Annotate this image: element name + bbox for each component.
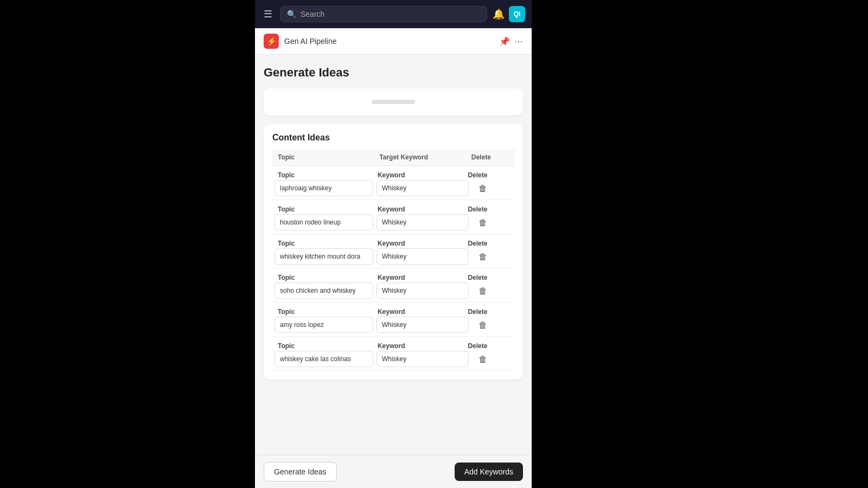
delete-col-4: 🗑 <box>472 317 520 332</box>
idea-rows-container: Topic Keyword Delete 🗑 Topic Keyword Del… <box>272 166 514 371</box>
delete-button-0[interactable]: 🗑 <box>476 182 489 196</box>
row-fields-4: 🗑 <box>272 317 514 333</box>
topic-input-5[interactable] <box>275 351 373 367</box>
page-title: Generate Ideas <box>264 66 523 80</box>
footer-actions: Generate Ideas Add Keywords <box>255 455 532 488</box>
delete-button-4[interactable]: 🗑 <box>476 318 489 332</box>
label-delete-0: Delete <box>464 171 512 179</box>
top-collapsed-card <box>264 88 523 115</box>
label-keyword-2: Keyword <box>374 240 464 247</box>
delete-col-2: 🗑 <box>472 249 520 264</box>
delete-button-2[interactable]: 🗑 <box>476 250 489 264</box>
topic-input-0[interactable] <box>275 180 373 196</box>
sub-nav-actions: 📌 ⋯ <box>499 36 523 47</box>
label-topic-3: Topic <box>275 274 374 281</box>
label-keyword-1: Keyword <box>374 206 464 213</box>
app-icon: ⚡ <box>264 34 279 49</box>
hamburger-icon[interactable]: ☰ <box>261 6 275 22</box>
label-delete-5: Delete <box>464 342 512 350</box>
table-row: Topic Keyword Delete 🗑 <box>272 303 514 337</box>
row-labels-0: Topic Keyword Delete <box>272 169 514 180</box>
row-fields-1: 🗑 <box>272 214 514 230</box>
table-row: Topic Keyword Delete 🗑 <box>272 337 514 371</box>
table-row: Topic Keyword Delete 🗑 <box>272 268 514 303</box>
label-keyword-4: Keyword <box>374 308 464 316</box>
topic-input-4[interactable] <box>275 317 373 333</box>
th-topic: Topic <box>272 149 374 166</box>
delete-button-3[interactable]: 🗑 <box>476 284 489 298</box>
row-labels-5: Topic Keyword Delete <box>272 340 514 351</box>
add-keywords-button[interactable]: Add Keywords <box>455 463 523 481</box>
keyword-input-4[interactable] <box>376 317 469 333</box>
table-row: Topic Keyword Delete 🗑 <box>272 200 514 234</box>
generate-ideas-button[interactable]: Generate Ideas <box>264 462 337 481</box>
th-delete: Delete <box>466 149 514 166</box>
more-options-icon[interactable]: ⋯ <box>514 36 523 47</box>
search-placeholder-text: Search <box>301 10 324 18</box>
row-fields-2: 🗑 <box>272 248 514 265</box>
row-fields-3: 🗑 <box>272 282 514 299</box>
row-fields-0: 🗑 <box>272 180 514 196</box>
delete-col-3: 🗑 <box>472 283 520 298</box>
search-bar[interactable]: 🔍 Search <box>280 6 487 22</box>
app-container: ☰ 🔍 Search 🔔 QI ⚡ Gen AI Pipeline 📌 ⋯ Ge… <box>255 0 532 488</box>
label-topic-5: Topic <box>275 342 374 350</box>
label-delete-3: Delete <box>464 274 512 281</box>
keyword-input-3[interactable] <box>376 282 469 299</box>
label-keyword-3: Keyword <box>374 274 464 281</box>
top-nav: ☰ 🔍 Search 🔔 QI <box>255 0 532 28</box>
label-delete-1: Delete <box>464 206 512 213</box>
row-labels-2: Topic Keyword Delete <box>272 237 514 248</box>
keyword-input-1[interactable] <box>376 214 469 230</box>
label-delete-4: Delete <box>464 308 512 316</box>
pin-icon[interactable]: 📌 <box>499 36 510 47</box>
content-ideas-card: Content Ideas Topic Target Keyword Delet… <box>264 124 523 380</box>
avatar-button[interactable]: QI <box>509 6 525 22</box>
keyword-input-5[interactable] <box>376 351 469 367</box>
content-ideas-title: Content Ideas <box>272 133 514 143</box>
row-fields-5: 🗑 <box>272 351 514 367</box>
collapsed-bar <box>372 100 415 104</box>
topic-input-3[interactable] <box>275 282 373 299</box>
delete-col-0: 🗑 <box>472 181 520 196</box>
sub-nav-title: Gen AI Pipeline <box>284 37 494 46</box>
delete-button-1[interactable]: 🗑 <box>476 216 489 230</box>
page-content: Generate Ideas Content Ideas Topic Targe… <box>255 55 532 455</box>
table-row: Topic Keyword Delete 🗑 <box>272 234 514 268</box>
label-keyword-5: Keyword <box>374 342 464 350</box>
row-labels-1: Topic Keyword Delete <box>272 203 514 214</box>
ideas-table: Topic Target Keyword Delete <box>272 149 514 166</box>
label-delete-2: Delete <box>464 240 512 247</box>
label-topic-4: Topic <box>275 308 374 316</box>
sub-nav: ⚡ Gen AI Pipeline 📌 ⋯ <box>255 28 532 55</box>
th-keyword: Target Keyword <box>374 149 465 166</box>
search-icon: 🔍 <box>287 10 296 18</box>
topic-input-1[interactable] <box>275 214 373 230</box>
label-keyword-0: Keyword <box>374 171 464 179</box>
label-topic-0: Topic <box>275 171 374 179</box>
table-row: Topic Keyword Delete 🗑 <box>272 166 514 200</box>
row-labels-4: Topic Keyword Delete <box>272 306 514 317</box>
keyword-input-0[interactable] <box>376 180 469 196</box>
keyword-input-2[interactable] <box>376 248 469 265</box>
delete-col-5: 🗑 <box>472 351 520 367</box>
nav-right: 🔔 QI <box>493 6 525 22</box>
bell-icon[interactable]: 🔔 <box>493 8 505 20</box>
table-header-row: Topic Target Keyword Delete <box>272 149 514 166</box>
label-topic-1: Topic <box>275 206 374 213</box>
delete-col-1: 🗑 <box>472 215 520 230</box>
delete-button-5[interactable]: 🗑 <box>476 352 489 367</box>
topic-input-2[interactable] <box>275 248 373 265</box>
row-labels-3: Topic Keyword Delete <box>272 272 514 282</box>
label-topic-2: Topic <box>275 240 374 247</box>
